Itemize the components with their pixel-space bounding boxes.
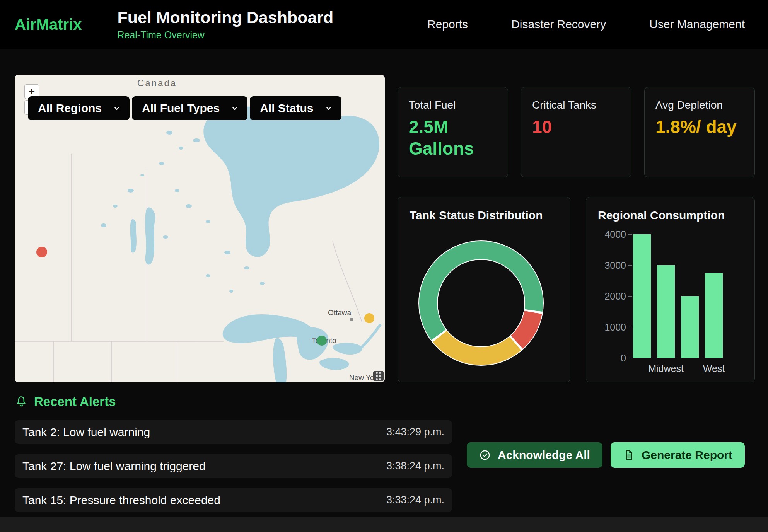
region-filter-dropdown[interactable]: All Regions xyxy=(28,96,130,120)
alerts-section: Recent Alerts Tank 2: Low fuel warning 3… xyxy=(0,382,768,512)
bar-region-3[interactable] xyxy=(681,296,699,358)
page-subtitle: Real-Time Overview xyxy=(117,29,333,41)
map-label-canada: Canada xyxy=(137,78,177,88)
main-nav: Reports Disaster Recovery User Managemen… xyxy=(427,18,745,31)
status-filter-label: All Status xyxy=(260,102,313,115)
header: AirMatrix Fuel Monitoring Dashboard Real… xyxy=(0,0,768,49)
ottawa-city-dot xyxy=(350,318,353,321)
y-tick-label: 0 xyxy=(621,353,626,363)
stat-value: 1.8%/ day xyxy=(655,116,744,138)
x-tick-label: Midwest xyxy=(648,363,684,374)
tank-status-chart-card: Tank Status Distribution xyxy=(398,197,570,382)
map-panel[interactable]: Canada Ottawa Toronto New York + − All R… xyxy=(15,75,385,382)
stat-label: Avg Depletion xyxy=(655,99,744,111)
document-icon xyxy=(623,449,635,461)
alert-row[interactable]: Tank 27: Low fuel warning triggered 3:38… xyxy=(15,454,452,478)
map-marker-critical[interactable] xyxy=(36,247,47,257)
stat-card-critical-tanks: Critical Tanks 10 xyxy=(521,87,631,177)
title-block: Fuel Monitoring Dashboard Real-Time Over… xyxy=(117,8,333,41)
region-filter-label: All Regions xyxy=(38,102,102,115)
chart-title: Tank Status Distribution xyxy=(410,209,558,222)
chevron-down-icon xyxy=(230,104,239,113)
nav-disaster-recovery[interactable]: Disaster Recovery xyxy=(511,18,606,31)
alerts-body: Tank 2: Low fuel warning 3:43:29 p.m. Ta… xyxy=(15,420,745,512)
nav-reports[interactable]: Reports xyxy=(427,18,468,31)
y-tick-label: 3000 xyxy=(604,260,626,271)
regional-consumption-chart-card: Regional Consumption 01000200030004000Mi… xyxy=(586,197,755,382)
map-resize-handle[interactable] xyxy=(373,371,384,381)
alert-actions: Acknowledge All Generate Report xyxy=(467,442,745,512)
alerts-title: Recent Alerts xyxy=(34,394,116,409)
fuel-type-filter-label: All Fuel Types xyxy=(142,102,220,115)
alerts-list: Tank 2: Low fuel warning 3:43:29 p.m. Ta… xyxy=(15,420,452,512)
stat-card-total-fuel: Total Fuel 2.5M Gallons xyxy=(398,87,508,177)
status-filter-dropdown[interactable]: All Status xyxy=(250,96,341,120)
chart-title: Regional Consumption xyxy=(598,209,743,222)
nav-user-management[interactable]: User Management xyxy=(649,18,745,31)
alert-time: 3:43:29 p.m. xyxy=(386,426,444,438)
x-tick-label: West xyxy=(703,363,725,374)
y-tick-label: 1000 xyxy=(604,322,626,332)
bar-region-1[interactable] xyxy=(633,234,651,358)
map-label-ottawa: Ottawa xyxy=(328,309,352,317)
alerts-header: Recent Alerts xyxy=(15,393,745,410)
chevron-down-icon xyxy=(324,104,333,113)
alert-message: Tank 2: Low fuel warning xyxy=(22,426,150,439)
bottom-strip xyxy=(0,517,768,532)
donut-segment-warning[interactable] xyxy=(433,331,521,365)
y-tick-label: 4000 xyxy=(604,229,626,240)
map-marker-normal[interactable] xyxy=(317,336,327,346)
stat-card-avg-depletion: Avg Depletion 1.8%/ day xyxy=(644,87,755,177)
y-tick-label: 2000 xyxy=(604,291,626,302)
chevron-down-icon xyxy=(113,104,121,113)
alert-time: 3:33:24 p.m. xyxy=(386,494,444,506)
regional-consumption-bar-chart: 01000200030004000MidwestWest xyxy=(596,224,743,384)
brand-logo[interactable]: AirMatrix xyxy=(15,16,82,33)
alert-row[interactable]: Tank 15: Pressure threshold exceeded 3:3… xyxy=(15,488,452,512)
generate-report-label: Generate Report xyxy=(642,448,732,462)
stats-row: Total Fuel 2.5M Gallons Critical Tanks 1… xyxy=(398,87,755,177)
bell-icon xyxy=(15,395,28,408)
stat-label: Critical Tanks xyxy=(532,99,620,111)
stat-label: Total Fuel xyxy=(409,99,497,111)
alert-message: Tank 27: Low fuel warning triggered xyxy=(22,460,206,473)
main-content: Canada Ottawa Toronto New York + − All R… xyxy=(0,49,768,382)
check-circle-icon xyxy=(479,449,491,461)
tank-status-donut-chart xyxy=(404,224,558,379)
map-canvas: Canada Ottawa Toronto New York xyxy=(15,75,385,382)
map-filter-bar: All Regions All Fuel Types All Status xyxy=(28,96,341,120)
alert-time: 3:38:24 p.m. xyxy=(386,460,444,472)
acknowledge-all-label: Acknowledge All xyxy=(498,448,590,462)
generate-report-button[interactable]: Generate Report xyxy=(611,442,745,468)
charts-row: Tank Status Distribution Regional Consum… xyxy=(398,197,755,382)
acknowledge-all-button[interactable]: Acknowledge All xyxy=(467,442,602,468)
alert-message: Tank 15: Pressure threshold exceeded xyxy=(22,494,220,507)
right-column: Total Fuel 2.5M Gallons Critical Tanks 1… xyxy=(398,75,755,382)
stat-value: 10 xyxy=(532,116,620,138)
bar-west[interactable] xyxy=(705,273,723,358)
fuel-type-filter-dropdown[interactable]: All Fuel Types xyxy=(132,96,247,120)
page-title: Fuel Monitoring Dashboard xyxy=(117,8,333,27)
alert-row[interactable]: Tank 2: Low fuel warning 3:43:29 p.m. xyxy=(15,420,452,444)
bar-midwest[interactable] xyxy=(657,265,675,358)
stat-value: 2.5M Gallons xyxy=(409,116,497,159)
map-marker-warning[interactable] xyxy=(364,313,374,323)
